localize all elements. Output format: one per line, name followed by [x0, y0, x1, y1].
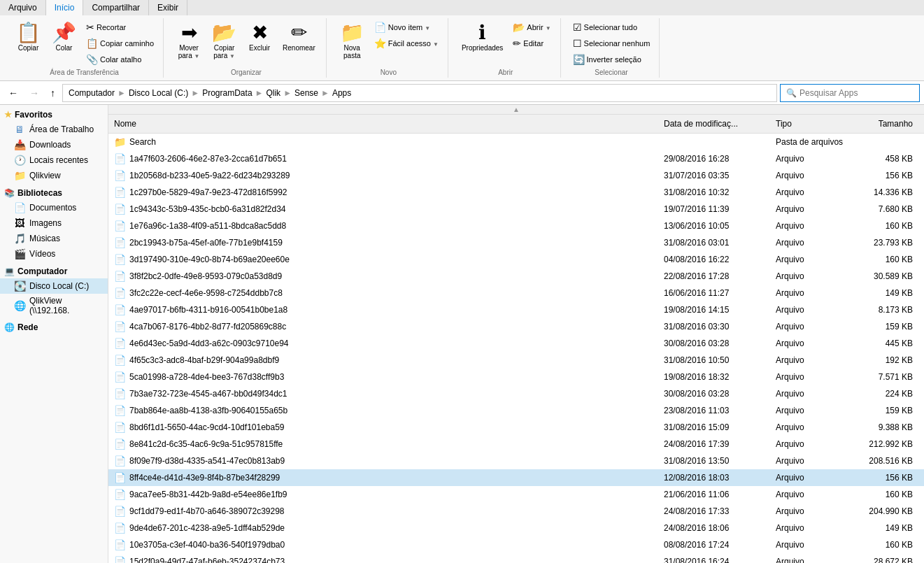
file-icon: 📄	[114, 204, 125, 215]
sidebar-item-desktop[interactable]: 🖥 Área de Trabalho	[0, 122, 108, 137]
selecionar-nenhum-button[interactable]: ☐ Selecionar nenhum	[569, 36, 654, 51]
file-row[interactable]: 📄8bd6f1d1-5650-44ac-9cd4-10df101eba5931/…	[108, 419, 924, 436]
file-row[interactable]: 📄2bc19943-b75a-45ef-a0fe-77b1e9bf415931/…	[108, 234, 924, 251]
file-row[interactable]: 📄4f65c3c3-adc8-4baf-b29f-904a99a8dbf931/…	[108, 352, 924, 369]
facil-acesso-button[interactable]: ⭐ Fácil acesso ▼	[371, 36, 442, 51]
file-row[interactable]: 📄8ff4ce4e-d41d-43e9-8f4b-87be34f2829912/…	[108, 469, 924, 486]
tab-inicio[interactable]: Início	[46, 0, 84, 15]
file-row[interactable]: 📄4e6d43ec-5a9d-4dd3-a62c-0903c9710e9430/…	[108, 335, 924, 352]
breadcrumb-programdata[interactable]: ProgramData	[202, 88, 252, 98]
forward-button[interactable]: →	[25, 85, 43, 101]
main-area: ★ Favoritos 🖥 Área de Trabalho 📥 Downloa…	[0, 105, 924, 563]
file-type: Arquivo	[770, 437, 854, 451]
header-date[interactable]: Data de modificaç...	[658, 116, 770, 131]
copiar-button[interactable]: 📋 Copiar	[11, 20, 45, 55]
tab-arquivo[interactable]: Arquivo	[0, 0, 46, 15]
ribbon-group-organizar: ➡ Moverpara ▼ 📂 Copiarpara ▼ ✖ Excluir ✏…	[166, 18, 327, 78]
search-input[interactable]	[799, 88, 914, 98]
copiar-caminho-button[interactable]: 📋 Copiar caminho	[83, 36, 157, 51]
breadcrumb-apps[interactable]: Apps	[332, 88, 351, 98]
sidebar-item-videos[interactable]: 🎬 Vídeos	[0, 246, 108, 262]
file-row[interactable]: 📄7b3ae732-723e-4545-a467-bb0d49f34dc130/…	[108, 385, 924, 402]
up-button[interactable]: ↑	[46, 85, 59, 101]
tab-compartilhar[interactable]: Compartilhar	[83, 0, 149, 15]
breadcrumb[interactable]: Computador ► Disco Local (C:) ► ProgramD…	[62, 84, 777, 102]
sidebar-item-images[interactable]: 🖼 Imagens	[0, 215, 108, 231]
file-row[interactable]: 📄3d197490-310e-49c0-8b74-b69ae20ee60e04/…	[108, 251, 924, 268]
organizar-buttons: ➡ Moverpara ▼ 📂 Copiarpara ▼ ✖ Excluir ✏…	[172, 20, 320, 67]
file-row[interactable]: 📄4ca7b067-8176-4bb2-8d77-fd205869c88c31/…	[108, 318, 924, 335]
file-row[interactable]: 📄1b20568d-b233-40e5-9a22-6d234b29328931/…	[108, 167, 924, 184]
editar-label: Editar	[523, 39, 543, 48]
file-date: 16/06/2016 11:27	[658, 286, 770, 300]
header-type[interactable]: Tipo	[770, 116, 854, 131]
file-row[interactable]: 📄9cf1dd79-ed1f-4b70-a646-389072c3929824/…	[108, 503, 924, 520]
back-button[interactable]: ←	[4, 85, 22, 101]
file-name: 8bd6f1d1-5650-44ac-9cd4-10df101eba59	[129, 422, 285, 432]
file-row[interactable]: 📄8e841c2d-6c35-4ac6-9c9a-51c957815ffe24/…	[108, 436, 924, 452]
colar-atalho-button[interactable]: 📎 Colar atalho	[83, 52, 157, 67]
libraries-header[interactable]: 📚 Bibliotecas	[0, 186, 108, 200]
file-icon: 📄	[114, 170, 125, 181]
file-row[interactable]: 📄3f8f2bc2-0dfe-49e8-9593-079c0a53d8d922/…	[108, 268, 924, 285]
ribbon-group-abrir: ℹ Propriedades 📂 Abrir ▼ ✏ Editar Abrir	[451, 18, 561, 78]
file-row[interactable]: 📄1e76a96c-1a38-4f09-a511-8bdca8ac5dd813/…	[108, 218, 924, 234]
sidebar-label-downloads: Downloads	[29, 140, 71, 150]
breadcrumb-drive[interactable]: Disco Local (C:)	[129, 88, 188, 98]
sidebar-item-qlikview[interactable]: 📁 Qlikview	[0, 168, 108, 183]
editar-button[interactable]: ✏ Editar	[509, 36, 554, 51]
breadcrumb-sense[interactable]: Sense	[294, 88, 318, 98]
sidebar-item-recent[interactable]: 🕐 Locais recentes	[0, 152, 108, 168]
file-row[interactable]: 📄4ae97017-b6fb-4311-b916-00541b0be1a819/…	[108, 301, 924, 318]
sidebar-item-downloads[interactable]: 📥 Downloads	[0, 137, 108, 152]
file-row[interactable]: 📄15d2f0a9-49d7-47af-b6eb-35242374cb7331/…	[108, 553, 924, 563]
file-row[interactable]: 📄1c297b0e-5829-49a7-9e23-472d816f599231/…	[108, 184, 924, 201]
network-header[interactable]: 🌐 Rede	[0, 320, 108, 334]
colar-button[interactable]: 📌 Colar	[47, 20, 81, 55]
file-row[interactable]: 📄3fc2c22e-cecf-4e6e-9598-c7254ddbb7c816/…	[108, 285, 924, 301]
inverter-selecao-button[interactable]: 🔄 Inverter seleção	[569, 52, 654, 67]
sidebar-item-qlikview-net[interactable]: 🌐 QlikView (\\192.168.	[0, 294, 108, 318]
search-bar[interactable]: 🔍	[780, 84, 920, 102]
file-row[interactable]: 📄9de4de67-201c-4238-a9e5-1dff4ab529de24/…	[108, 520, 924, 536]
file-icon: 📄	[114, 472, 125, 483]
colar-label: Colar	[56, 44, 73, 52]
abrir-button[interactable]: 📂 Abrir ▼	[509, 20, 554, 35]
file-row[interactable]: 📄1c94343c-53b9-435c-bcb0-6a31d82f2d3419/…	[108, 201, 924, 218]
file-name-cell: 📄1a47f603-2606-46e2-87e3-2cca61d7b651	[108, 151, 658, 166]
header-size[interactable]: Tamanho	[854, 116, 924, 131]
file-row[interactable]: 📄5ca01998-a728-4de4-bee3-767d38cff9b319/…	[108, 369, 924, 385]
copiar-para-button[interactable]: 📂 Copiarpara ▼	[207, 20, 241, 63]
ribbon-tabs: Arquivo Início Compartilhar Exibir	[0, 0, 924, 15]
excluir-label: Excluir	[249, 44, 270, 52]
sidebar-item-music[interactable]: 🎵 Músicas	[0, 231, 108, 246]
file-row[interactable]: 📄9aca7ee5-8b31-442b-9a8d-e54ee86e1fb921/…	[108, 486, 924, 503]
novo-item-button[interactable]: 📄 Novo item ▼	[371, 20, 442, 35]
mover-button[interactable]: ➡ Moverpara ▼	[172, 20, 206, 63]
file-row[interactable]: 📄7bab864e-aa8b-4138-a3fb-90640155a65b23/…	[108, 402, 924, 419]
recortar-button[interactable]: ✂ Recortar	[83, 20, 157, 35]
file-name: 5ca01998-a728-4de4-bee3-767d38cff9b3	[129, 372, 284, 382]
sidebar-item-documents[interactable]: 📄 Documentos	[0, 200, 108, 215]
file-name-cell: 📄1b20568d-b233-40e5-9a22-6d234b293289	[108, 168, 658, 183]
computer-header[interactable]: 💻 Computador	[0, 264, 108, 278]
file-row[interactable]: 📄8f09e7f9-d38d-4335-a541-47ec0b813ab931/…	[108, 452, 924, 469]
file-row[interactable]: 📁SearchPasta de arquivos	[108, 134, 924, 150]
renomear-button[interactable]: ✏ Renomear	[278, 20, 320, 55]
sidebar-item-local-disk[interactable]: 💽 Disco Local (C:)	[0, 278, 108, 294]
file-date: 31/07/2016 03:35	[658, 169, 770, 183]
file-icon: 📄	[114, 405, 125, 416]
file-row[interactable]: 📄10e3705a-c3ef-4040-ba36-540f1979dba008/…	[108, 536, 924, 553]
file-row[interactable]: 📄1a47f603-2606-46e2-87e3-2cca61d7b65129/…	[108, 150, 924, 167]
excluir-button[interactable]: ✖ Excluir	[243, 20, 276, 55]
header-name[interactable]: Nome	[108, 116, 658, 131]
tab-exibir[interactable]: Exibir	[149, 0, 187, 15]
breadcrumb-computer[interactable]: Computador	[69, 88, 115, 98]
selecionar-tudo-button[interactable]: ☑ Selecionar tudo	[569, 20, 654, 35]
nova-pasta-button[interactable]: 📁 Novapasta	[335, 20, 369, 63]
propriedades-button[interactable]: ℹ Propriedades	[457, 20, 508, 55]
favorites-header[interactable]: ★ Favoritos	[0, 108, 108, 122]
file-date: 22/08/2016 17:28	[658, 269, 770, 283]
copiar-para-icon: 📂	[212, 23, 236, 43]
breadcrumb-qlik[interactable]: Qlik	[266, 88, 280, 98]
